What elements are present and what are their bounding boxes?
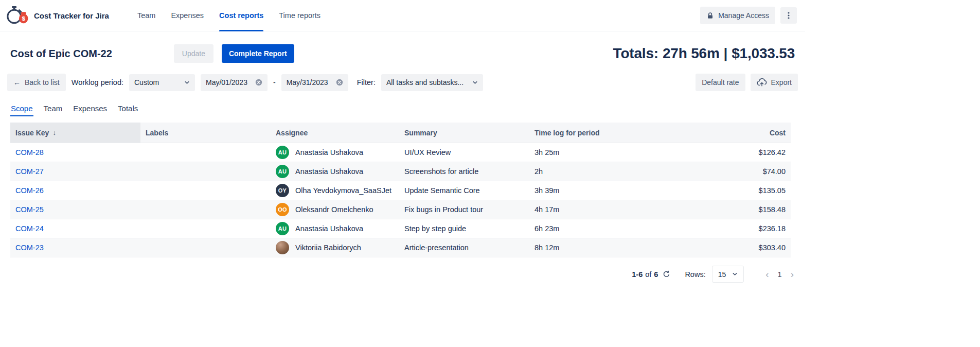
previous-page-button[interactable]: ‹ <box>764 269 770 279</box>
cost-cell: $236.18 <box>660 224 791 233</box>
table-footer: 1-6 of 6 Rows: 15 ‹ 1 › <box>10 266 795 283</box>
table-row: COM-25 OO Oleksandr Omelchenko Fix bugs … <box>10 200 791 219</box>
update-button[interactable]: Update <box>174 44 213 63</box>
date-from-input[interactable]: May/01/2023 <box>201 74 268 91</box>
assignee-cell: AU Anastasia Ushakova <box>271 165 399 178</box>
time-log-cell: 6h 23m <box>529 224 660 233</box>
issue-key-link[interactable]: COM-28 <box>15 148 44 157</box>
tab-totals[interactable]: Totals <box>117 104 138 116</box>
worklog-period-value: Custom <box>134 78 159 86</box>
summary-cell: Fix bugs in Product tour <box>399 205 529 214</box>
assignee-avatar: AU <box>276 222 289 235</box>
column-header-summary[interactable]: Summary <box>399 123 529 143</box>
assignee-name: Viktoriia Babidorych <box>295 244 361 252</box>
tab-team[interactable]: Team <box>43 104 63 116</box>
back-to-list-label: Back to list <box>25 78 60 86</box>
assignee-name: Oleksandr Omelchenko <box>295 205 373 214</box>
chevron-down-icon <box>472 80 478 85</box>
table-row: COM-26 OY Olha Yevdokymova_SaaSJet Updat… <box>10 181 791 200</box>
worklog-period-select[interactable]: Custom <box>129 74 195 91</box>
clear-date-to-button[interactable] <box>336 79 343 86</box>
clear-icon <box>255 79 262 86</box>
refresh-icon <box>663 270 670 278</box>
date-from-value: May/01/2023 <box>206 78 247 86</box>
assignee-avatar-photo <box>276 241 289 254</box>
cost-cell: $135.05 <box>660 186 791 195</box>
assignee-name: Anastasia Ushakova <box>295 224 363 233</box>
refresh-button[interactable] <box>663 270 670 278</box>
app-brand: $ Cost Tracker for Jira <box>5 5 109 26</box>
date-to-value: May/31/2023 <box>287 78 328 86</box>
nav-item-cost-reports[interactable]: Cost reports <box>211 0 271 31</box>
tab-scope[interactable]: Scope <box>10 104 33 116</box>
assignee-avatar: OY <box>276 184 289 197</box>
assignee-cell: Viktoriia Babidorych <box>271 241 399 254</box>
tab-expenses[interactable]: Expenses <box>73 104 108 116</box>
rows-per-page-select[interactable]: 15 <box>712 266 744 283</box>
issue-key-link[interactable]: COM-27 <box>15 167 44 176</box>
totals-summary: Totals: 27h 56m | $1,033.53 <box>613 45 795 62</box>
assignee-avatar: OO <box>276 203 289 216</box>
assignee-cell: AU Anastasia Ushakova <box>271 222 399 235</box>
nav-item-team[interactable]: Team <box>130 0 163 31</box>
export-button[interactable]: Export <box>751 74 798 91</box>
scope-table: Issue Key ↓ Labels Assignee Summary Time… <box>10 123 791 257</box>
column-header-time-log[interactable]: Time log for period <box>529 123 660 143</box>
clear-icon <box>336 79 343 86</box>
cost-cell: $158.48 <box>660 205 791 214</box>
time-log-cell: 4h 17m <box>529 205 660 214</box>
table-row: COM-28 AU Anastasia Ushakova UI/UX Revie… <box>10 143 791 162</box>
back-to-list-button[interactable]: ← Back to list <box>7 74 66 91</box>
more-options-button[interactable] <box>780 7 797 24</box>
kebab-icon <box>785 11 793 20</box>
chevron-down-icon <box>184 80 190 85</box>
issue-key-link[interactable]: COM-23 <box>15 244 44 252</box>
summary-cell: UI/UX Review <box>399 148 529 157</box>
filter-label: Filter: <box>357 78 376 86</box>
table-row: COM-23 Viktoriia Babidorych Article-pres… <box>10 238 791 257</box>
issue-key-header-label: Issue Key <box>15 129 49 137</box>
column-header-cost[interactable]: Cost <box>660 123 791 143</box>
assignee-avatar: AU <box>276 146 289 159</box>
clear-date-from-button[interactable] <box>255 79 262 86</box>
issue-key-link[interactable]: COM-24 <box>15 224 44 233</box>
complete-report-button[interactable]: Complete Report <box>222 44 294 63</box>
range-text: 1-6 <box>632 270 643 279</box>
export-label: Export <box>771 78 792 86</box>
range-total: 6 <box>654 270 658 279</box>
summary-cell: Screenshots for article <box>399 167 529 176</box>
next-page-button[interactable]: › <box>790 269 795 279</box>
date-range-separator: - <box>273 78 276 86</box>
default-rate-button[interactable]: Default rate <box>696 74 745 91</box>
time-log-cell: 3h 39m <box>529 186 660 195</box>
table-row: COM-27 AU Anastasia Ushakova Screenshots… <box>10 162 791 181</box>
app-title: Cost Tracker for Jira <box>34 11 109 20</box>
nav-item-expenses[interactable]: Expenses <box>163 0 211 31</box>
lock-icon <box>706 12 714 20</box>
totals-separator: | <box>724 45 728 62</box>
nav-item-time-reports[interactable]: Time reports <box>271 0 328 31</box>
filter-right-actions: Default rate Export <box>696 74 798 91</box>
report-actions: Update Complete Report <box>174 44 294 63</box>
issue-key-link[interactable]: COM-25 <box>15 205 44 214</box>
manage-access-button[interactable]: Manage Access <box>700 7 775 24</box>
cloud-export-icon <box>757 78 767 86</box>
issue-key-link[interactable]: COM-26 <box>15 186 44 195</box>
app-page: $ Cost Tracker for Jira Team Expenses Co… <box>0 0 980 347</box>
cost-cell: $74.00 <box>660 167 791 176</box>
summary-cell: Step by step guide <box>399 224 529 233</box>
date-to-input[interactable]: May/31/2023 <box>281 74 348 91</box>
manage-access-label: Manage Access <box>718 11 769 20</box>
column-header-issue-key[interactable]: Issue Key ↓ <box>10 123 140 143</box>
table-row: COM-24 AU Anastasia Ushakova Step by ste… <box>10 219 791 238</box>
summary-cell: Update Semantic Core <box>399 186 529 195</box>
svg-text:$: $ <box>22 15 25 22</box>
task-filter-select[interactable]: All tasks and subtasks... <box>381 74 483 91</box>
column-header-assignee[interactable]: Assignee <box>271 123 399 143</box>
table-header-row: Issue Key ↓ Labels Assignee Summary Time… <box>10 123 791 143</box>
totals-label: Totals: <box>613 45 658 62</box>
column-header-labels[interactable]: Labels <box>140 123 271 143</box>
sort-descending-icon: ↓ <box>52 129 56 136</box>
rows-per-page-label: Rows: <box>685 270 705 279</box>
assignee-name: Olha Yevdokymova_SaaSJet <box>295 186 391 195</box>
